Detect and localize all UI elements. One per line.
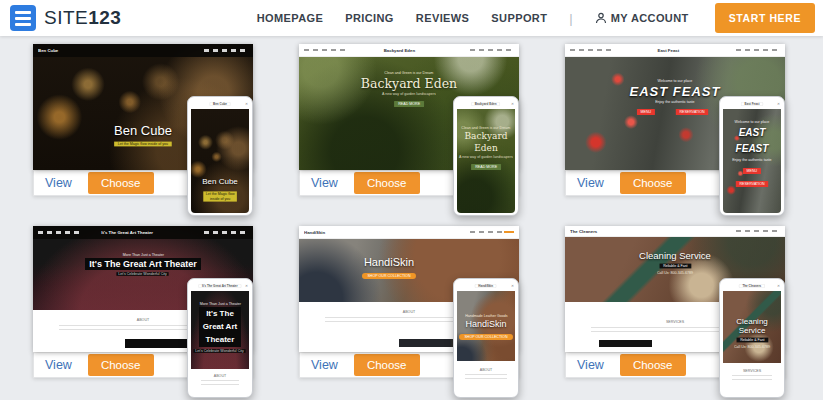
hero-tagline: More Than Just a Theater xyxy=(122,253,163,257)
hero-phone-number: Call Us: 800-345-6789 xyxy=(657,271,693,275)
view-button[interactable]: View xyxy=(311,176,338,190)
view-button[interactable]: View xyxy=(45,358,72,372)
nav-separator: | xyxy=(569,11,572,26)
main-nav: HOMEPAGE PRICING REVIEWS SUPPORT | MY AC… xyxy=(257,3,815,33)
phone-close-icon: ✕ xyxy=(245,101,248,105)
hero-phone-number: Call Us: 800-345-6789 xyxy=(734,345,770,349)
template-preview-mobile: HandiSkin ✕ Handmade Leather Goods Handi… xyxy=(453,278,519,398)
phone-screen: Welcome to our place EASTFEAST Enjoy the… xyxy=(723,109,781,213)
mini-site-nav xyxy=(736,230,780,233)
site123-logo[interactable]: SITE123 xyxy=(44,7,121,29)
hero-tagline: Clean and Green is our Dream xyxy=(461,126,510,130)
hero-title: It's The Great Art Theater xyxy=(85,258,200,270)
mini-site-nav xyxy=(570,49,614,52)
mini-site-header: Backyard Eden xyxy=(299,44,519,57)
start-here-button[interactable]: START HERE xyxy=(715,3,815,33)
hero-badge: Reliable & Fast xyxy=(736,338,768,343)
template-preview-mobile: The Cleaners ✕ Cleaning Service Reliable… xyxy=(719,278,785,398)
mini-site-header: HandiSkin xyxy=(299,226,519,239)
logo-text-123: 123 xyxy=(88,7,121,28)
hero-button: READ MORE xyxy=(471,164,501,170)
phone-address-bar: HandiSkin ✕ xyxy=(457,281,515,291)
mini-site-logo: Ben Cube xyxy=(38,48,58,52)
choose-button[interactable]: Choose xyxy=(620,172,686,194)
menu-button: MENU xyxy=(743,168,761,174)
mini-site-logo: It's The Great Art Theater xyxy=(101,230,153,234)
choose-button[interactable]: Choose xyxy=(88,354,154,376)
hero-badge: Let the Magic flow inside of you xyxy=(114,142,171,147)
hero-title: Backyard Eden xyxy=(361,76,457,91)
hero-subtitle: A new way of garden landscapers xyxy=(382,92,436,96)
template-preview-mobile: Backyard Eden ✕ Clean and Green is our D… xyxy=(453,96,519,216)
choose-button[interactable]: Choose xyxy=(354,354,420,376)
content-strip xyxy=(599,340,652,347)
mini-site-nav xyxy=(38,231,82,234)
choose-button[interactable]: Choose xyxy=(354,172,420,194)
hero-title: Cleaning Service xyxy=(639,250,711,261)
phone-close-icon: ✕ xyxy=(777,101,780,105)
template-grid: Ben Cube Ben Cube Let the Magic flow ins… xyxy=(33,44,785,378)
nav-pricing[interactable]: PRICING xyxy=(345,12,394,24)
top-bar: SITE123 HOMEPAGE PRICING REVIEWS SUPPORT… xyxy=(0,0,823,36)
phone-url-pill: HandiSkin xyxy=(475,284,497,288)
placeholder-text xyxy=(201,380,239,385)
reservation-button: RESERVATION xyxy=(676,109,708,115)
template-card-ben-cube: Ben Cube Ben Cube Let the Magic flow ins… xyxy=(33,44,253,196)
hero-tagline: Clean and Green is our Dream xyxy=(384,71,433,75)
hero-tagline: Welcome to our place xyxy=(658,79,693,83)
services-section: SERVICES xyxy=(723,363,781,395)
hero-tagline: Welcome to our place xyxy=(735,120,770,124)
user-icon xyxy=(595,12,607,24)
phone-url-pill: Backyard Eden xyxy=(472,102,501,106)
hero-subtitle: A new way of garden landscapers xyxy=(459,156,513,160)
mini-site-nav xyxy=(736,49,780,52)
nav-homepage[interactable]: HOMEPAGE xyxy=(257,12,324,24)
view-button[interactable]: View xyxy=(311,358,338,372)
phone-url-pill: It's The Great Art Theater xyxy=(199,284,242,288)
nav-reviews[interactable]: REVIEWS xyxy=(416,12,470,24)
template-card-cleaning-service: The Cleaners Cleaning Service Reliable &… xyxy=(565,226,785,378)
view-button[interactable]: View xyxy=(577,176,604,190)
mini-site-header: East Feast xyxy=(565,44,785,57)
hero-subtitle: Enjoy the authentic taste xyxy=(732,158,771,162)
hero-subtitle: Enjoy the authentic taste xyxy=(655,100,694,104)
mini-site-header: The Cleaners xyxy=(565,226,785,237)
menu-button: MENU xyxy=(637,109,655,115)
choose-button[interactable]: Choose xyxy=(620,354,686,376)
phone-screen: Ben Cube Let the Magic flowinside of you xyxy=(191,109,249,213)
phone-url-pill: Ben Cube xyxy=(209,102,230,106)
hero-button: READ MORE xyxy=(394,101,424,107)
view-button[interactable]: View xyxy=(45,176,72,190)
menu-icon[interactable] xyxy=(10,5,36,31)
hero-badge: Let the Magic flowinside of you xyxy=(203,191,237,201)
hero-title: HandiSkin xyxy=(465,319,506,329)
view-button[interactable]: View xyxy=(577,358,604,372)
phone-address-bar: East Feast ✕ xyxy=(723,99,781,109)
mini-site-nav xyxy=(470,231,514,234)
phone-url-pill: East Feast xyxy=(741,102,763,106)
reservation-button: RESERVATION xyxy=(736,181,768,187)
hero-subtitle: Let's Celebrate Wonderful City xyxy=(194,350,246,354)
mini-site-logo: The Cleaners xyxy=(570,229,597,233)
mini-site-nav xyxy=(204,49,248,52)
phone-screen: Cleaning Service Reliable & Fast Call Us… xyxy=(723,291,781,395)
mini-site-header: Ben Cube xyxy=(33,44,253,57)
phone-address-bar: Ben Cube ✕ xyxy=(191,99,249,109)
mini-site-header: It's The Great Art Theater xyxy=(33,226,253,239)
template-preview-mobile: East Feast ✕ Welcome to our place EASTFE… xyxy=(719,96,785,216)
hero-title: HandiSkin xyxy=(364,256,414,268)
hero-button: SHOP OUR COLLECTION xyxy=(362,273,416,279)
phone-close-icon: ✕ xyxy=(245,283,248,287)
logo-text-site: SITE xyxy=(44,7,88,28)
hero-title: Cleaning Service xyxy=(723,317,781,335)
hero-subtitle: Let's Celebrate Wonderful City xyxy=(117,272,169,276)
hero-title: BackyardEden xyxy=(465,131,508,154)
template-preview-mobile: It's The Great Art Theater ✕ More Than J… xyxy=(187,278,253,398)
hero-content: More Than Just a Theater It's The Great … xyxy=(33,252,253,277)
phone-address-bar: Backyard Eden ✕ xyxy=(457,99,515,109)
mini-site-nav xyxy=(470,49,514,52)
about-section: ABOUT xyxy=(457,361,515,395)
my-account-link[interactable]: MY ACCOUNT xyxy=(595,12,689,24)
choose-button[interactable]: Choose xyxy=(88,172,154,194)
nav-support[interactable]: SUPPORT xyxy=(491,12,547,24)
